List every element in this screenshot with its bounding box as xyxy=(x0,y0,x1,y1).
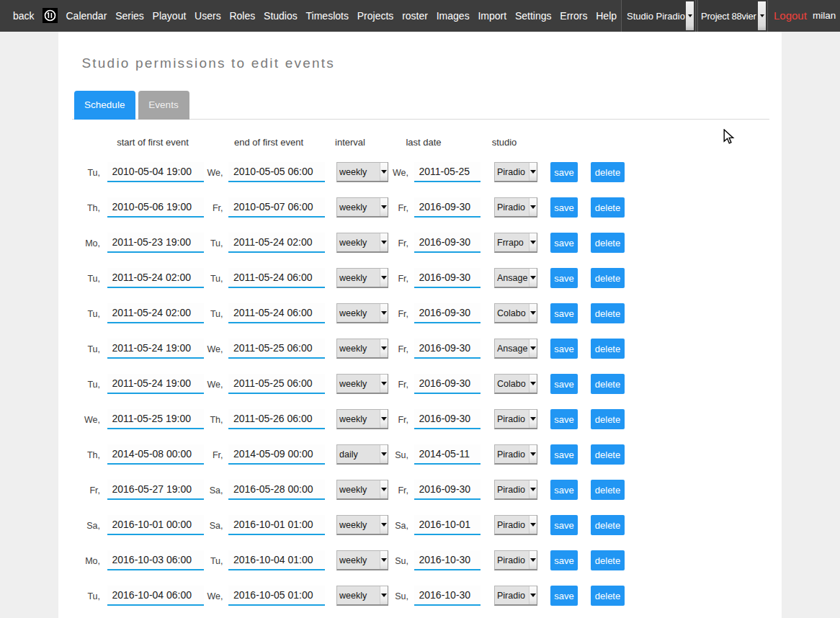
studio-select[interactable]: Ansage xyxy=(495,269,537,287)
nav-item-settings[interactable]: Settings xyxy=(515,0,552,32)
last-date-input[interactable] xyxy=(414,268,481,288)
save-button[interactable]: save xyxy=(550,374,578,394)
tab-schedule[interactable]: Schedule xyxy=(74,91,135,120)
studio-select[interactable]: Piradio xyxy=(495,551,537,569)
nav-item-calendar[interactable]: Calendar xyxy=(66,0,107,32)
last-day-label: Su, xyxy=(374,586,408,608)
nav-item-users[interactable]: Users xyxy=(195,0,221,32)
last-date-input[interactable] xyxy=(414,303,481,323)
end-datetime-input[interactable] xyxy=(228,339,325,359)
studio-select-wrap: Ansage xyxy=(494,268,537,288)
end-day-label: Tu, xyxy=(188,268,223,290)
nav-item-errors[interactable]: Errors xyxy=(560,0,587,32)
tab-events[interactable]: Events xyxy=(138,91,189,120)
schedule-rows: Tu, We, weekly We, Piradio save delete T… xyxy=(58,162,782,618)
nav-item-playout[interactable]: Playout xyxy=(153,0,187,32)
nav-item-series[interactable]: Series xyxy=(115,0,144,32)
studio-select[interactable]: Piradio xyxy=(495,163,537,181)
nav-item-studios[interactable]: Studios xyxy=(264,0,298,32)
delete-button[interactable]: delete xyxy=(591,409,625,429)
nav-item-roster[interactable]: roster xyxy=(402,0,428,32)
last-date-input[interactable] xyxy=(414,197,481,218)
end-datetime-input[interactable] xyxy=(228,515,325,535)
end-datetime-input[interactable] xyxy=(228,480,325,500)
delete-button[interactable]: delete xyxy=(591,339,625,359)
delete-button[interactable]: delete xyxy=(591,374,625,394)
last-date-input[interactable] xyxy=(414,374,481,394)
delete-button[interactable]: delete xyxy=(591,233,625,253)
delete-button[interactable]: delete xyxy=(591,268,625,288)
save-button[interactable]: save xyxy=(550,586,578,606)
studio-select[interactable]: Colabo xyxy=(495,375,537,393)
end-datetime-input[interactable] xyxy=(228,374,325,394)
logout-link[interactable]: Logout xyxy=(774,0,807,32)
studio-select[interactable]: Ansage xyxy=(495,339,537,357)
last-date-input[interactable] xyxy=(414,162,481,182)
schedule-row: Tu, We, weekly Fr, Colabo save delete xyxy=(58,374,782,409)
save-button[interactable]: save xyxy=(550,409,578,429)
end-datetime-input[interactable] xyxy=(228,233,325,253)
save-button[interactable]: save xyxy=(550,162,578,182)
studio-context-select[interactable]: Studio Piradio xyxy=(622,0,695,32)
delete-button[interactable]: delete xyxy=(591,480,625,500)
last-date-input[interactable] xyxy=(414,480,481,500)
delete-button[interactable]: delete xyxy=(591,586,625,606)
last-date-input[interactable] xyxy=(414,409,481,429)
nav-item-images[interactable]: Images xyxy=(437,0,470,32)
end-datetime-input[interactable] xyxy=(228,303,325,323)
save-button[interactable]: save xyxy=(550,233,578,253)
nav-item-help[interactable]: Help xyxy=(596,0,617,32)
studio-select-wrap: Piradio xyxy=(494,409,537,429)
save-button[interactable]: save xyxy=(550,515,578,535)
last-date-input[interactable] xyxy=(414,339,481,359)
top-navbar: back CalendarSeriesPlayoutUsersRolesStud… xyxy=(0,0,840,32)
end-datetime-input[interactable] xyxy=(228,162,325,182)
studio-select[interactable]: Piradio xyxy=(495,445,537,463)
save-button[interactable]: save xyxy=(550,197,578,218)
last-date-input[interactable] xyxy=(414,444,481,465)
studio-select[interactable]: Piradio xyxy=(495,480,537,498)
end-datetime-input[interactable] xyxy=(228,586,325,606)
last-day-label: Fr, xyxy=(374,480,408,502)
end-datetime-input[interactable] xyxy=(228,268,325,288)
project-context-select[interactable]: Project 88vier xyxy=(698,0,767,32)
end-datetime-input[interactable] xyxy=(228,197,325,218)
save-button[interactable]: save xyxy=(550,303,578,323)
last-date-input[interactable] xyxy=(414,586,481,606)
delete-button[interactable]: delete xyxy=(591,162,625,182)
save-button[interactable]: save xyxy=(550,339,578,359)
delete-button[interactable]: delete xyxy=(591,550,625,570)
nav-item-timeslots[interactable]: Timeslots xyxy=(306,0,349,32)
studio-select[interactable]: Piradio xyxy=(495,198,537,216)
end-datetime-input[interactable] xyxy=(228,444,325,465)
last-date-input[interactable] xyxy=(414,550,481,570)
delete-button[interactable]: delete xyxy=(591,303,625,323)
delete-button[interactable]: delete xyxy=(591,444,625,465)
studio-select[interactable]: Frrapo xyxy=(495,233,537,251)
save-button[interactable]: save xyxy=(550,268,578,288)
save-button[interactable]: save xyxy=(550,444,578,465)
end-datetime-input[interactable] xyxy=(228,550,325,570)
schedule-row: We, Th, weekly Fr, Piradio save delete xyxy=(58,409,782,444)
back-link[interactable]: back xyxy=(13,0,35,32)
studio-select[interactable]: Colabo xyxy=(495,304,537,322)
studio-select[interactable]: Piradio xyxy=(495,410,537,428)
end-datetime-input[interactable] xyxy=(228,409,325,429)
last-date-input[interactable] xyxy=(414,515,481,535)
start-day-label: Tu, xyxy=(66,374,100,396)
last-date-input[interactable] xyxy=(414,233,481,253)
nav-item-projects[interactable]: Projects xyxy=(357,0,394,32)
pi-radio-logo-icon[interactable] xyxy=(43,8,58,23)
nav-item-roles[interactable]: Roles xyxy=(229,0,255,32)
column-header: interval xyxy=(335,137,365,148)
schedule-row: Tu, Tu, weekly Fr, Colabo save delete xyxy=(58,303,782,339)
save-button[interactable]: save xyxy=(550,480,578,500)
studio-select[interactable]: Piradio xyxy=(495,586,537,604)
save-button[interactable]: save xyxy=(550,550,578,570)
delete-button[interactable]: delete xyxy=(591,197,625,218)
delete-button[interactable]: delete xyxy=(591,515,625,535)
studio-select[interactable]: Piradio xyxy=(495,516,537,534)
content-card: Studio permissions to edit events Schedu… xyxy=(58,32,782,618)
nav-item-import[interactable]: Import xyxy=(478,0,506,32)
schedule-row: Mo, Tu, weekly Su, Piradio save delete xyxy=(58,550,782,586)
